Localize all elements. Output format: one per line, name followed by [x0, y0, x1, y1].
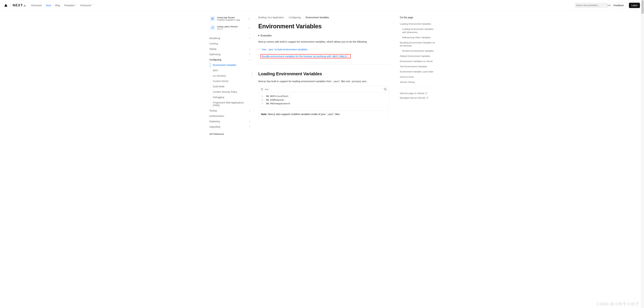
copy-icon[interactable] [384, 88, 386, 90]
toc-item[interactable]: Version History [400, 80, 435, 85]
nav-item-templates[interactable]: Templates↗ [64, 4, 76, 7]
sidebar-subitem[interactable]: Draft Mode [210, 84, 252, 89]
main-content: Building Your Application›Configuring›En… [252, 11, 396, 140]
chevron-down-icon [248, 58, 251, 61]
sidebar-subitem[interactable]: Content Security Policy [210, 89, 252, 94]
inline-code: NEXT_PUBLIC_ [332, 55, 349, 58]
learn-button[interactable]: Learn [629, 3, 640, 8]
toc-item[interactable]: Loading Environment Variables [400, 22, 435, 27]
inline-code: .env* [332, 80, 340, 83]
inline-code: .env* [326, 113, 334, 116]
chevron-right-icon [248, 48, 251, 50]
external-link-icon: ↗ [75, 4, 76, 6]
sidebar-subitem[interactable]: Debugging [210, 94, 252, 100]
chevron-right-icon: › [286, 16, 287, 19]
logo-group[interactable]: / NEXT.Js [4, 3, 26, 7]
note-box: Note: Next.js also supports multiline va… [258, 110, 389, 118]
scrollbar-thumb[interactable] [642, 0, 644, 14]
sidebar-item-label: Deploying [209, 120, 220, 123]
toc-item[interactable]: Runtime Environment Variables [400, 48, 435, 54]
sidebar-selector[interactable]: Using Latest Version15.1.2 [209, 24, 252, 32]
feature-link[interactable]: Use .env to load environment variables [262, 48, 308, 51]
tag-icon [210, 25, 215, 30]
line-number: 2 [261, 98, 263, 102]
toc-item[interactable]: Bundling Environment Variables for the B… [400, 40, 435, 48]
disclosure-triangle-icon: ▸ [258, 34, 260, 37]
sidebar-item-configuring[interactable]: Configuring [209, 57, 252, 62]
sidebar: Using App RouterFeatures available in /a… [204, 11, 252, 140]
breadcrumb-item: Environment Variables [306, 16, 329, 19]
sidebar-item-label: Optimizing [209, 53, 220, 56]
toc-item[interactable]: Referencing Other Variables [400, 35, 435, 40]
toc-title: On this page [400, 16, 435, 19]
heading-loading-env: Loading Environment Variables [258, 71, 389, 76]
sidebar-item-label: Configuring [209, 58, 221, 61]
sidebar-item-testing[interactable]: Testing [209, 108, 252, 113]
sidebar-selector[interactable]: Using App RouterFeatures available in /a… [209, 15, 252, 22]
sidebar-item-label: Testing [209, 109, 217, 112]
sidebar-item-label: Rendering [209, 37, 220, 40]
chevron-updown-icon [248, 18, 250, 20]
inline-code: process.env [351, 80, 367, 83]
sidebar-item-label: Styling [209, 48, 216, 50]
sidebar-item-upgrading[interactable]: Upgrading [209, 124, 252, 130]
examples-toggle[interactable]: ▸ Examples [258, 34, 389, 37]
external-link-icon: ↗ [92, 4, 93, 6]
selector-subtitle: 15.1.2 [217, 28, 246, 30]
scrollbar-track[interactable] [641, 0, 644, 140]
inline-code: .env [267, 48, 274, 51]
sidebar-item-label: Caching [209, 42, 218, 45]
toc-divider [400, 88, 435, 88]
sidebar-item-optimizing[interactable]: Optimizing [209, 52, 252, 57]
toc-item[interactable]: Environment Variables on Vercel [400, 59, 435, 64]
feature-item: Use .env to load environment variables [258, 46, 389, 52]
code-header: .env [258, 86, 389, 92]
sidebar-heading-api: API Reference [209, 130, 252, 136]
nav-item-docs[interactable]: Docs [46, 4, 51, 7]
search-box[interactable]: CtrlK [575, 3, 608, 8]
sidebar-item-caching[interactable]: Caching [209, 41, 252, 46]
logo-separator: / [10, 3, 11, 7]
code-text: DB_PASS=mypassword [266, 102, 290, 106]
search-input[interactable] [576, 4, 604, 6]
sidebar-item-authentication[interactable]: Authentication [209, 113, 252, 119]
sidebar-subitem[interactable]: src Directory [210, 73, 252, 78]
chevron-updown-icon [248, 26, 250, 29]
sidebar-subitem[interactable]: Custom Server [210, 78, 252, 84]
breadcrumb-item[interactable]: Configuring [289, 16, 301, 19]
sidebar-subitem[interactable]: Progressive Web Applications (PWA) [210, 100, 252, 108]
sidebar-item-styling[interactable]: Styling [209, 46, 252, 52]
toc-item[interactable]: Default Environment Variables [400, 54, 435, 59]
svg-rect-0 [385, 89, 386, 90]
sidebar-subitem[interactable]: Environment Variables [210, 62, 252, 68]
toc-item[interactable]: Loading Environment Variables with @next… [400, 27, 435, 35]
code-block: .env 1DB_HOST=localhost2DB_USER=myuser3D… [258, 86, 389, 108]
page-title: Environment Variables [258, 23, 389, 30]
nav-item-blog[interactable]: Blog [55, 4, 60, 7]
breadcrumb-item[interactable]: Building Your Application [258, 16, 284, 19]
toc-item[interactable]: Environment Variable Load Order [400, 69, 435, 74]
sidebar-item-label: Authentication [209, 115, 224, 117]
global-header: / NEXT.Js ShowcaseDocsBlogTemplates↗Ente… [0, 0, 644, 11]
table-of-contents: On this page Loading Environment Variabl… [396, 11, 440, 140]
sidebar-item-deploying[interactable]: Deploying [209, 119, 252, 124]
feature-link[interactable]: Bundle environment variables for the bro… [262, 55, 349, 58]
nav-item-showcase[interactable]: Showcase [31, 4, 42, 7]
toc-item[interactable]: Test Environment Variables [400, 64, 435, 69]
sidebar-subitem[interactable]: MDX [210, 68, 252, 73]
intro-paragraph: Next.js comes with built-in support for … [258, 40, 389, 44]
toc-item[interactable]: Good to know [400, 74, 435, 80]
feedback-button[interactable]: Feedback [611, 3, 626, 8]
toc-external-link[interactable]: Edit this page on GitHub [400, 91, 435, 96]
breadcrumb: Building Your Application›Configuring›En… [258, 16, 389, 19]
feature-list: Use .env to load environment variablesBu… [258, 46, 389, 60]
selector-subtitle: Features available in /app [217, 19, 246, 21]
toc-external-link[interactable]: Managed Next.js (Vercel) [400, 96, 435, 100]
sidebar-item-rendering[interactable]: Rendering [209, 36, 252, 41]
line-number: 1 [261, 94, 263, 98]
chevron-right-icon [248, 120, 251, 122]
highlighted-box: Bundle environment variables for the bro… [260, 54, 351, 58]
external-link-icon [426, 97, 428, 99]
sidebar-nav: RenderingCachingStylingOptimizingConfigu… [209, 36, 252, 130]
nav-item-enterprise[interactable]: Enterprise↗ [80, 4, 93, 7]
